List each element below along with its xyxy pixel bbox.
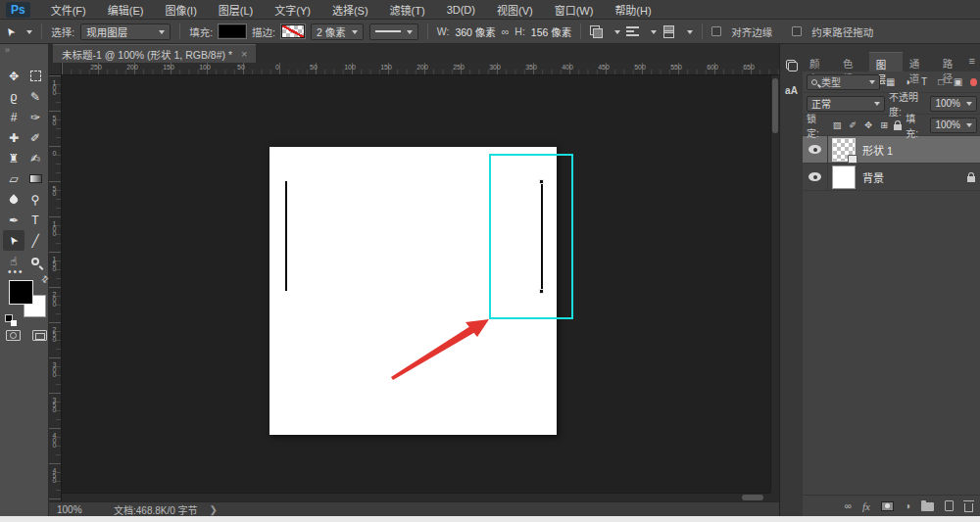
path-anchor-top[interactable] [539,179,544,184]
lasso-tool[interactable]: ϱ [3,86,24,107]
app-logo[interactable]: Ps [6,2,30,18]
menu-item-type[interactable]: 文字(Y) [264,0,321,20]
filter-adjustment-layers-icon[interactable]: ◑ [901,76,913,87]
delete-layer-icon[interactable] [964,503,973,512]
character-panel-icon[interactable]: aA [783,82,800,99]
layer-row-background[interactable]: 背景 [803,164,980,191]
constrain-path-drag-checkbox[interactable] [792,26,802,36]
menu-item-layer[interactable]: 图层(L) [208,0,264,20]
stroke-color-swatch[interactable] [281,24,305,38]
path-operations-icon[interactable] [590,25,603,38]
document-tab[interactable]: 未标题-1 @ 100% (形状 1, RGB/8#) * × [53,44,256,63]
menu-item-edit[interactable]: 编辑(E) [97,0,155,20]
layer-filter-type-dropdown[interactable]: 类型 [807,74,880,90]
ruler-origin-corner[interactable] [49,63,62,75]
gradient-tool[interactable] [24,168,46,189]
clone-stamp-tool[interactable]: ♜ [3,148,24,168]
add-layer-mask-icon[interactable] [881,501,894,511]
new-layer-icon[interactable] [945,500,954,511]
link-dimensions-icon[interactable]: ∞ [502,25,510,37]
document-viewport[interactable] [62,75,770,493]
path-anchor-bottom[interactable] [539,289,544,294]
menu-item-select[interactable]: 选择(S) [321,0,379,20]
stroke-style-dropdown[interactable] [369,24,418,40]
pen-tool[interactable]: ✒ [3,210,24,230]
path-alignment-icon[interactable] [626,26,639,36]
stroke-width-dropdown[interactable]: 2 像素 [311,24,364,40]
layer-filter-toggle[interactable] [970,78,977,86]
lock-position-icon[interactable]: ✥ [862,119,874,130]
lock-artboard-icon[interactable]: ⊞ [878,119,890,130]
layer-row-shape1[interactable]: 形状 1 [803,136,980,164]
menu-item-filter[interactable]: 滤镜(T) [379,0,436,20]
foreground-color-swatch[interactable] [10,281,32,304]
link-layers-icon[interactable]: ∞ [845,500,852,511]
quick-mask-mode-icon[interactable] [6,330,21,341]
tab-channels[interactable]: 通道 [903,52,936,71]
opacity-select[interactable]: 100% [930,96,977,112]
history-panel-icon[interactable] [783,57,800,73]
filter-type-layers-icon[interactable]: T [917,76,930,87]
height-field[interactable]: 156 像素 [531,24,571,39]
layer-thumbnail[interactable] [832,138,856,162]
blend-mode-select[interactable]: 正常 [807,96,885,112]
filter-pixel-layers-icon[interactable]: ▦ [884,76,897,87]
fill-color-swatch[interactable] [219,24,246,38]
horizontal-scrollbar-thumb[interactable] [742,495,763,500]
filter-shape-layers-icon[interactable]: □ [935,76,948,87]
menu-item-view[interactable]: 视图(V) [486,0,544,20]
width-field[interactable]: 360 像素 [455,24,495,39]
menu-item-window[interactable]: 窗口(W) [544,0,605,20]
healing-brush-tool[interactable]: ✚ [3,127,24,148]
tool-preset-caret-icon[interactable] [26,30,32,37]
tab-layers[interactable]: 图层 [869,52,903,71]
vertical-scrollbar-thumb[interactable] [772,78,778,133]
ruler-top[interactable]: 2502001501005005010015020025030035040045… [62,63,779,75]
crop-tool[interactable]: # [3,107,24,127]
tab-paths[interactable]: 路径 [936,52,969,71]
filter-smart-objects-icon[interactable]: ▣ [952,76,964,87]
zoom-tool[interactable] [24,251,46,271]
move-tool[interactable]: ✥ [3,66,24,86]
eyedropper-tool[interactable]: ✑ [24,107,46,127]
dodge-tool[interactable]: ⚲ [24,189,46,210]
line-tool[interactable]: ╱ [24,230,46,251]
brush-tool[interactable]: ✐ [24,127,46,148]
panel-menu-icon[interactable]: ≡ [969,52,980,71]
fill-select[interactable]: 100% [930,118,977,133]
eraser-tool[interactable]: ▱ [3,168,24,189]
quick-selection-tool[interactable]: ✎ [24,86,46,107]
lock-all-icon[interactable] [894,124,902,130]
menu-item-image[interactable]: 图像(I) [154,0,207,20]
marquee-tool[interactable] [24,66,46,86]
menu-item-file[interactable]: 文件(F) [40,0,97,20]
horizontal-scrollbar[interactable] [62,493,770,501]
layer-visibility-toggle[interactable] [803,164,828,190]
default-colors-icon[interactable] [6,315,17,326]
path-selection-tool[interactable]: ➤ [3,230,24,251]
select-mode-dropdown[interactable]: 现用图层 [80,24,171,40]
lock-transparent-pixels-icon[interactable]: ▨ [831,119,843,130]
edit-toolbar-icon[interactable]: ••• [8,266,24,277]
new-adjustment-layer-icon[interactable]: ◑ [905,500,910,511]
toolbar-collapse-icon[interactable]: » [5,45,9,55]
tab-swatches[interactable]: 色板 [836,52,869,71]
tab-close-icon[interactable]: × [241,48,247,60]
screen-mode-icon[interactable] [32,330,47,341]
zoom-level-field[interactable]: 100% [57,504,102,515]
current-tool-icon[interactable]: ➤ [3,24,19,38]
layer-name[interactable]: 背景 [862,169,884,185]
layer-effects-icon[interactable]: fx [862,500,870,512]
menu-item-3d[interactable]: 3D(D) [436,2,486,18]
new-group-icon[interactable] [921,502,934,511]
layer-thumbnail[interactable] [832,166,856,189]
ruler-left[interactable]: 10050050100150200250300350400450 [49,75,62,501]
blur-tool[interactable] [3,189,24,210]
tab-color[interactable]: 颜色 [803,52,836,71]
align-edges-checkbox[interactable] [711,26,721,36]
type-tool[interactable]: T [24,210,46,230]
vertical-scrollbar[interactable] [770,75,779,493]
path-arrangement-icon[interactable] [662,25,675,38]
history-brush-tool[interactable]: ✍ [24,148,46,168]
layer-name[interactable]: 形状 1 [862,142,893,158]
